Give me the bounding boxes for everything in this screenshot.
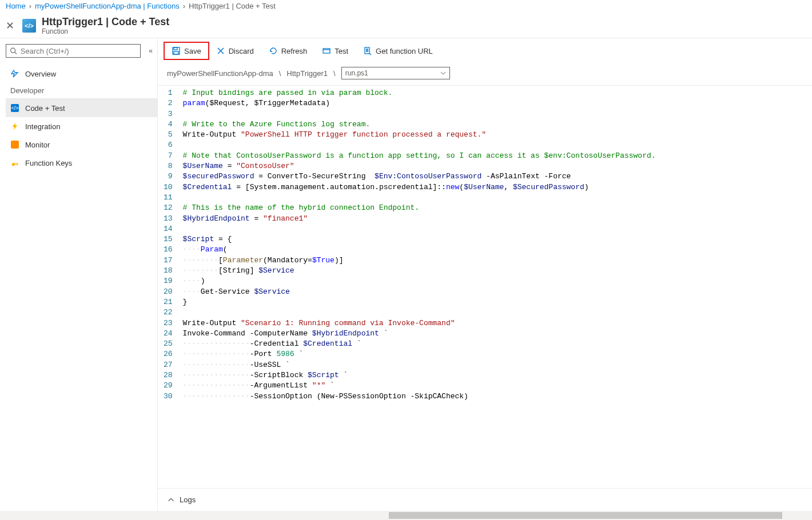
breadcrumb-home[interactable]: Home — [6, 2, 26, 10]
discard-button[interactable]: Discard — [209, 43, 261, 59]
code-editor[interactable]: 1234567891011121314151617181920212223242… — [158, 85, 812, 488]
scrollbar-thumb[interactable] — [389, 512, 782, 519]
svg-rect-6 — [174, 47, 177, 50]
code-line[interactable]: Invoke-Command -ComputerName $HybridEndp… — [183, 329, 812, 339]
line-number: 1 — [164, 88, 173, 98]
code-line[interactable]: ···············-SessionOption (New-PSSes… — [183, 391, 812, 402]
code-line[interactable]: ···············-UseSSL ` — [183, 360, 812, 370]
key-icon — [10, 158, 19, 167]
page-title: HttpTrigger1 | Code + Test — [42, 16, 169, 28]
code-line[interactable] — [183, 109, 812, 119]
code-line[interactable]: } — [183, 297, 812, 307]
logs-toggle[interactable]: Logs — [158, 488, 812, 511]
search-box[interactable] — [6, 44, 141, 58]
code-line[interactable] — [183, 224, 812, 234]
breadcrumb-app[interactable]: myPowerShellFunctionApp-dma | Functions — [35, 2, 180, 10]
breadcrumb-current: HttpTrigger1 | Code + Test — [189, 2, 276, 10]
line-number: 20 — [164, 287, 173, 297]
discard-icon — [216, 46, 225, 55]
code-line[interactable] — [183, 307, 812, 318]
code-line[interactable]: # Input bindings are passed in via param… — [183, 88, 812, 98]
line-number: 22 — [164, 307, 173, 318]
save-button[interactable]: Save — [165, 43, 208, 59]
sidebar: « Overview Developer </> Code + Test Int… — [0, 38, 157, 511]
line-number: 26 — [164, 349, 173, 359]
refresh-button[interactable]: Refresh — [262, 43, 315, 59]
code-line[interactable]: ········[Parameter(Mandatory=$True)] — [183, 255, 812, 266]
search-icon — [10, 47, 17, 55]
line-number: 10 — [164, 182, 173, 193]
chevron-down-icon — [440, 70, 446, 76]
path-segment-app[interactable]: myPowerShellFunctionApp-dma — [167, 69, 273, 78]
sidebar-label: Monitor — [25, 141, 50, 149]
path-segment-function[interactable]: HttpTrigger1 — [286, 69, 328, 78]
bolt-icon — [10, 122, 19, 131]
page-header: ✕ </> HttpTrigger1 | Code + Test Functio… — [0, 13, 812, 38]
line-number: 29 — [164, 381, 173, 391]
code-line[interactable]: Write-Output "Scenario 1: Running comman… — [183, 318, 812, 329]
sidebar-label: Overview — [25, 70, 56, 78]
line-number: 25 — [164, 339, 173, 349]
svg-line-1 — [15, 52, 17, 54]
path-bar: myPowerShellFunctionApp-dma \ HttpTrigge… — [158, 63, 812, 83]
line-number: 14 — [164, 224, 173, 234]
svg-rect-4 — [17, 163, 18, 166]
line-number: 15 — [164, 234, 173, 245]
svg-point-0 — [11, 48, 15, 53]
line-number: 13 — [164, 214, 173, 224]
code-line[interactable]: # Write to the Azure Functions log strea… — [183, 119, 812, 130]
code-line[interactable]: ···············-ScriptBlock $Script ` — [183, 370, 812, 381]
code-line[interactable]: # Note that ContosoUserPassword is a fun… — [183, 151, 812, 161]
sidebar-item-code-test[interactable]: </> Code + Test — [6, 99, 157, 117]
svg-rect-7 — [174, 51, 178, 54]
code-line[interactable]: ···············-ArgumentList "*" ` — [183, 381, 812, 391]
get-function-url-button[interactable]: Get function URL — [356, 43, 440, 59]
test-button[interactable]: Test — [315, 43, 355, 59]
sidebar-section-label: Developer — [6, 83, 157, 99]
line-number: 24 — [164, 329, 173, 339]
line-number: 28 — [164, 370, 173, 381]
line-number: 16 — [164, 245, 173, 255]
line-number: 7 — [164, 151, 173, 161]
test-icon — [322, 46, 331, 55]
line-number: 9 — [164, 171, 173, 182]
code-line[interactable]: $Credential = [System.management.automat… — [183, 182, 812, 193]
line-number: 19 — [164, 276, 173, 286]
code-line[interactable]: ····Param( — [183, 245, 812, 255]
horizontal-scrollbar[interactable] — [0, 511, 812, 520]
line-number: 6 — [164, 140, 173, 150]
file-selector[interactable]: run.ps1 — [341, 67, 450, 79]
code-line[interactable]: Write-Output "PowerShell HTTP trigger fu… — [183, 130, 812, 140]
code-line[interactable]: ····Get-Service $Service — [183, 287, 812, 297]
line-number: 27 — [164, 360, 173, 370]
code-content[interactable]: # Input bindings are passed in via param… — [183, 86, 812, 488]
url-icon — [363, 46, 372, 55]
toolbar: Save Discard Refresh Test Get function U… — [158, 38, 812, 63]
code-line[interactable]: $HybridEndpoint = "finance1" — [183, 214, 812, 224]
chevron-up-icon — [167, 496, 175, 504]
overview-icon — [10, 69, 19, 78]
search-input[interactable] — [21, 47, 137, 55]
line-number: 30 — [164, 391, 173, 402]
line-number: 11 — [164, 193, 173, 203]
code-line[interactable]: ···············-Credential $Credential ` — [183, 339, 812, 349]
code-line[interactable]: $UserName = "ContosoUser" — [183, 161, 812, 171]
code-line[interactable]: # This is the name of the hybrid connect… — [183, 203, 812, 213]
code-line[interactable] — [183, 193, 812, 203]
line-number: 12 — [164, 203, 173, 213]
function-icon: </> — [22, 19, 36, 33]
sidebar-item-function-keys[interactable]: Function Keys — [6, 154, 157, 172]
code-line[interactable]: ········[String] $Service — [183, 266, 812, 276]
sidebar-item-integration[interactable]: Integration — [6, 117, 157, 135]
close-icon[interactable]: ✕ — [6, 19, 14, 32]
collapse-sidebar-button[interactable]: « — [149, 47, 153, 55]
sidebar-label: Code + Test — [25, 104, 65, 113]
sidebar-item-overview[interactable]: Overview — [6, 65, 157, 83]
code-line[interactable] — [183, 140, 812, 150]
code-line[interactable]: $securedPassword = ConvertTo-SecureStrin… — [183, 171, 812, 182]
code-line[interactable]: param($Request, $TriggerMetadata) — [183, 98, 812, 109]
code-line[interactable]: ···············-Port 5986 ` — [183, 349, 812, 359]
code-line[interactable]: ····) — [183, 276, 812, 286]
sidebar-item-monitor[interactable]: Monitor — [6, 135, 157, 154]
code-line[interactable]: $Script = { — [183, 234, 812, 245]
